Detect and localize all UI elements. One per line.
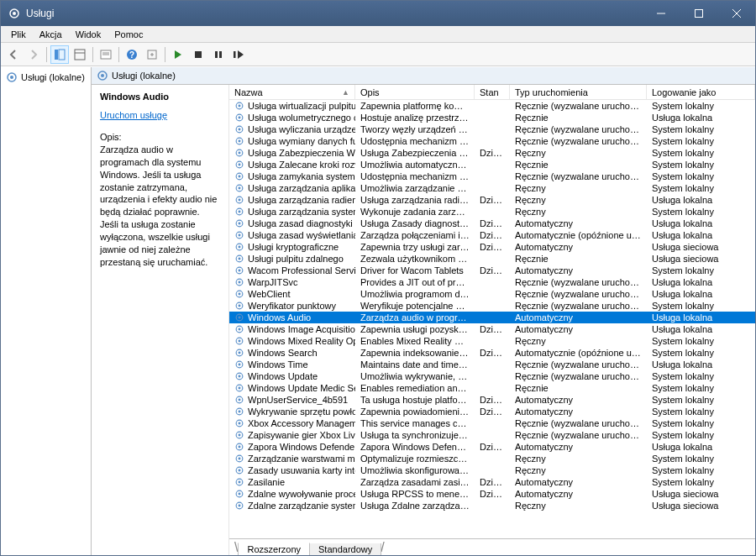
panel-button[interactable] (71, 45, 89, 64)
services-list[interactable]: Usługa wirtualizacji pulpitu zdalneg...Z… (229, 100, 755, 538)
cell-opis: Udostępnia mechanizm zamy... (355, 171, 475, 181)
service-row[interactable]: Usługa zarządzania radiemUsługa zarządza… (229, 194, 755, 206)
cell-nazwa: WebClient (229, 289, 355, 299)
menu-akcja[interactable]: Akcja (33, 28, 69, 41)
service-row[interactable]: Windows SearchZapewnia indeksowanie zawa… (229, 347, 755, 359)
service-row[interactable]: Usługa zarządzania systemu Windo...Wykon… (229, 206, 755, 218)
service-row[interactable]: WpnUserService_4b591Ta usługa hostuje pl… (229, 394, 755, 406)
help-button[interactable]: ? (123, 45, 141, 64)
pause-service-button[interactable] (209, 45, 228, 64)
service-row[interactable]: WarpJITSvcProvides a JIT out of process … (229, 276, 755, 288)
cell-log: Usługa lokalna (647, 195, 755, 205)
cell-opis: Hostuje analizę przestrzenną sł... (355, 113, 475, 123)
col-header-log[interactable]: Logowanie jako (647, 85, 755, 99)
menu-pomoc[interactable]: Pomoc (108, 28, 150, 41)
cell-log: Usługa lokalna (647, 289, 755, 299)
service-row[interactable]: Usługa wymiany danych funkcji Hy...Udost… (229, 135, 755, 147)
service-row[interactable]: Usługa zarządzania aplikacjami w pr...Um… (229, 182, 755, 194)
nav-forward-button[interactable] (24, 45, 43, 64)
menu-plik[interactable]: Plik (4, 28, 33, 41)
service-row[interactable]: Zarządzanie warstwami magazyno...Optymal… (229, 453, 755, 464)
service-row[interactable]: Zdalne wywoływanie procedur (RPC)Usługa … (229, 488, 755, 500)
service-row[interactable]: Windows Mixed Reality OpenXR Ser...Enabl… (229, 335, 755, 347)
cell-opis: Zapewnia platformę komuni... (355, 101, 475, 111)
cell-start: Ręczny (510, 454, 647, 464)
restart-service-button[interactable] (229, 45, 248, 64)
service-row[interactable]: Usługi kryptograficzneZapewnia trzy usłu… (229, 241, 755, 253)
properties-button[interactable] (97, 45, 115, 64)
cell-log: Usługa sieciowa (647, 254, 755, 264)
service-row[interactable]: Usługa wolumetrycznego cieniowa...Hostuj… (229, 112, 755, 123)
col-header-start[interactable]: Typ uruchomienia (510, 85, 647, 99)
service-row[interactable]: Usługa Zabezpieczenia WindowsUsługa Zabe… (229, 147, 755, 159)
tree-root-item[interactable]: Usługi (lokalne) (4, 71, 87, 84)
service-row[interactable]: Windows UpdateUmożliwia wykrywanie, pobi… (229, 370, 755, 382)
service-row[interactable]: Usługa wirtualizacji pulpitu zdalneg...Z… (229, 100, 755, 112)
cell-log: System lokalny (647, 160, 755, 170)
cell-start: Automatyczny (510, 407, 647, 417)
svg-rect-18 (219, 51, 222, 58)
stop-service-button[interactable] (189, 45, 207, 64)
svg-point-89 (239, 481, 241, 484)
cell-start: Ręcznie (wyzwalane uruchomienie) (510, 289, 647, 299)
cell-stan: Działa (475, 265, 510, 275)
service-row[interactable]: Usługi pulpitu zdalnegoZezwala użytkowni… (229, 253, 755, 265)
service-row[interactable]: Wykrywanie sprzętu powłokiZapewnia powia… (229, 406, 755, 417)
service-row[interactable]: WebClientUmożliwia programom dla sys...R… (229, 288, 755, 300)
tab-rozszerzony[interactable]: Rozszerzony (238, 543, 310, 555)
service-row[interactable]: Weryfikator punktowyWeryfikuje potencjal… (229, 300, 755, 312)
cell-log: Usługa lokalna (647, 359, 755, 370)
service-row[interactable]: Windows Update Medic ServiceEnables reme… (229, 382, 755, 394)
service-row[interactable]: Xbox Accessory Management ServiceThis se… (229, 417, 755, 429)
service-row[interactable]: Zapora Windows DefenderZapora Windows De… (229, 441, 755, 453)
cell-start: Automatyczny (510, 395, 647, 405)
col-header-opis[interactable]: Opis (355, 85, 475, 99)
sort-caret-icon: ▲ (342, 88, 349, 97)
cell-nazwa: Weryfikator punktowy (229, 301, 355, 311)
start-service-button[interactable] (169, 45, 187, 64)
cell-start: Ręcznie (wyzwalane uruchomienie) (510, 171, 647, 181)
cell-opis: Enables Mixed Reality OpenXR... (355, 336, 475, 346)
svg-point-69 (239, 364, 241, 366)
maximize-button[interactable] (680, 1, 717, 26)
service-row[interactable]: Usługa Zalecane kroki rozwiązywan...Umoż… (229, 159, 755, 170)
col-header-stan[interactable]: Stan (475, 85, 510, 99)
tab-standardowy[interactable]: Standardowy (309, 543, 381, 555)
service-row[interactable]: Usługa zamykania systemu gościa f...Udos… (229, 170, 755, 182)
list-header[interactable]: Nazwa▲ Opis Stan Typ uruchomienia Logowa… (229, 85, 755, 100)
svg-point-43 (239, 211, 241, 213)
col-header-nazwa[interactable]: Nazwa▲ (229, 85, 355, 99)
service-row[interactable]: Zasady usuwania karty inteligentnejUmożl… (229, 464, 755, 476)
cell-opis: Zarządza połączeniami i konfi... (355, 230, 475, 240)
cell-stan: Działa (475, 395, 510, 405)
service-row[interactable]: Usługa zasad wyświetlaniaZarządza połącz… (229, 229, 755, 241)
cell-nazwa: Usługa zarządzania aplikacjami w pr... (229, 183, 355, 193)
service-row[interactable]: ZasilanieZarządza zasadami zasilania i .… (229, 476, 755, 488)
cell-start: Automatyczny (510, 442, 647, 452)
service-row[interactable]: Windows Image Acquisition (WIA)Zapewnia … (229, 323, 755, 335)
service-row[interactable]: Windows AudioZarządza audio w programach… (229, 312, 755, 323)
cell-start: Automatyczny (510, 242, 647, 252)
right-header-label: Usługi (lokalne) (112, 71, 176, 81)
service-row[interactable]: Usługa wyliczania urządzeń karty int...T… (229, 123, 755, 135)
close-button[interactable] (717, 1, 755, 26)
show-tree-button[interactable] (50, 45, 69, 64)
cell-nazwa: Usługa zamykania systemu gościa f... (229, 171, 355, 181)
start-service-link[interactable]: Uruchom usługę (100, 110, 220, 120)
service-row[interactable]: Wacom Professional ServiceDriver for Wac… (229, 265, 755, 276)
svg-point-71 (239, 375, 241, 378)
menu-widok[interactable]: Widok (69, 28, 108, 41)
service-row[interactable]: Windows TimeMaintains date and time sync… (229, 359, 755, 370)
service-row[interactable]: Usługa zasad diagnostykiUsługa Zasady di… (229, 218, 755, 229)
service-row[interactable]: Zdalne zarządzanie systemem Wind...Usług… (229, 500, 755, 511)
gear-icon (97, 70, 108, 81)
nav-tree[interactable]: Usługi (lokalne) (1, 67, 92, 555)
minimize-button[interactable] (642, 1, 680, 26)
cell-log: Usługa lokalna (647, 442, 755, 452)
service-row[interactable]: Zapisywanie gier Xbox LiveUsługa ta sync… (229, 429, 755, 441)
cell-start: Ręczny (510, 195, 647, 205)
cell-nazwa: Zarządzanie warstwami magazyno... (229, 454, 355, 464)
nav-back-button[interactable] (4, 45, 23, 64)
export-button[interactable] (143, 45, 161, 64)
svg-point-73 (239, 387, 241, 390)
